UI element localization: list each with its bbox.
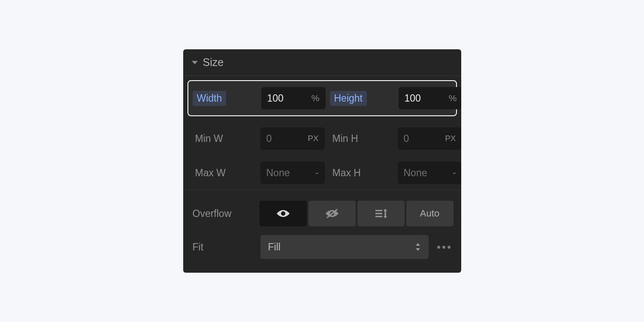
overflow-scroll-button[interactable] [357, 201, 405, 226]
height-label[interactable]: Height [330, 91, 367, 106]
max-width-input[interactable]: None - [260, 162, 325, 184]
min-width-unit[interactable]: PX [308, 134, 318, 143]
max-width-unit[interactable]: - [316, 168, 319, 178]
width-input[interactable]: 100 % [261, 87, 326, 109]
min-height-placeholder: 0 [404, 133, 409, 144]
height-unit[interactable]: % [449, 93, 457, 103]
min-height-input[interactable]: 0 PX [398, 127, 461, 150]
overflow-segmented-control: Auto [260, 201, 454, 226]
svg-marker-9 [416, 243, 420, 246]
fit-value: Fill [268, 241, 281, 253]
dot-icon [442, 246, 445, 249]
width-height-group: Width 100 % Height 100 % [187, 80, 457, 116]
select-chevrons-icon [415, 242, 421, 252]
max-height-input[interactable]: None - [398, 162, 461, 184]
width-label[interactable]: Width [193, 91, 227, 106]
height-value: 100 [405, 93, 421, 104]
collapse-triangle-icon [192, 61, 198, 64]
size-panel: Size Width 100 % Height 100 % Min W 0 PX [183, 49, 461, 273]
fit-label: Fit [191, 241, 254, 253]
min-width-label[interactable]: Min W [192, 133, 256, 144]
min-width-input[interactable]: 0 PX [260, 127, 325, 150]
min-width-placeholder: 0 [266, 133, 272, 144]
overflow-visible-button[interactable] [260, 201, 307, 226]
svg-marker-8 [384, 216, 387, 218]
max-height-placeholder: None [404, 167, 427, 179]
eye-slash-icon [324, 208, 340, 219]
fit-select[interactable]: Fill [260, 235, 429, 259]
dot-icon [437, 246, 440, 249]
size-fields: Width 100 % Height 100 % Min W 0 PX Min … [183, 75, 461, 190]
svg-marker-6 [384, 209, 387, 211]
section-title: Size [203, 56, 224, 69]
svg-point-0 [281, 211, 285, 216]
overflow-hidden-button[interactable] [308, 201, 356, 226]
max-height-label[interactable]: Max H [329, 167, 393, 179]
width-value: 100 [267, 93, 284, 104]
overflow-auto-label: Auto [420, 208, 439, 219]
eye-icon [275, 208, 291, 219]
max-height-unit[interactable]: - [453, 168, 456, 178]
width-unit[interactable]: % [311, 93, 320, 103]
min-height-unit[interactable]: PX [445, 134, 456, 143]
svg-marker-10 [416, 248, 420, 251]
max-width-label[interactable]: Max W [192, 167, 256, 179]
max-width-placeholder: None [266, 167, 290, 179]
size-section-header[interactable]: Size [183, 49, 461, 75]
fit-more-button[interactable] [435, 246, 454, 249]
overflow-auto-button[interactable]: Auto [406, 201, 454, 226]
dot-icon [447, 246, 450, 249]
min-height-label[interactable]: Min H [329, 133, 393, 144]
scroll-icon [374, 208, 388, 219]
size-options: Overflow [183, 190, 461, 273]
overflow-label: Overflow [191, 208, 254, 220]
height-input[interactable]: 100 % [399, 87, 461, 109]
